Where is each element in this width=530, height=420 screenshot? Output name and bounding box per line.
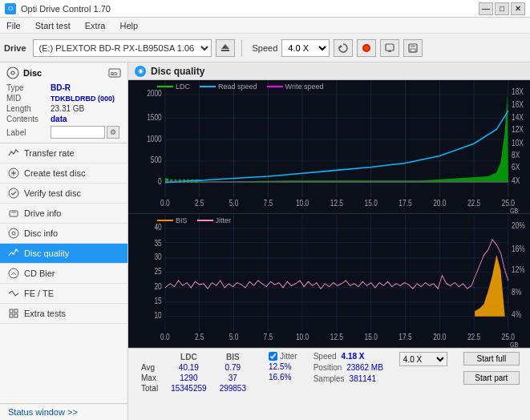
create-disc-icon bbox=[8, 168, 19, 179]
sidebar: Disc BD Type BD-R MID TDKBLDRBD (000) Le… bbox=[0, 63, 128, 420]
avg-bis: 0.79 bbox=[213, 362, 253, 373]
disc-info-panel: Disc BD Type BD-R MID TDKBLDRBD (000) Le… bbox=[0, 63, 127, 143]
max-label: Max bbox=[135, 373, 164, 383]
speed-val: 4.18 X bbox=[342, 352, 365, 361]
refresh-button[interactable] bbox=[334, 39, 353, 57]
write-speed-legend-item: Write speed bbox=[267, 83, 324, 91]
speed-row: Speed 4.18 X bbox=[314, 352, 383, 361]
app-icon: O bbox=[5, 3, 16, 14]
start-part-button[interactable]: Start part bbox=[463, 371, 520, 385]
bis-legend-color bbox=[157, 220, 173, 221]
svg-text:0.0: 0.0 bbox=[160, 199, 170, 208]
svg-text:BD: BD bbox=[111, 71, 118, 76]
svg-text:GB: GB bbox=[510, 341, 519, 347]
sidebar-item-verify-test-disc[interactable]: Verify test disc bbox=[0, 184, 127, 204]
fe-te-icon bbox=[8, 288, 19, 299]
menubar: File Start test Extra Help bbox=[0, 18, 530, 34]
menu-help[interactable]: Help bbox=[116, 20, 141, 31]
svg-rect-18 bbox=[10, 211, 18, 216]
start-full-button[interactable]: Start full bbox=[463, 352, 520, 365]
menu-extra[interactable]: Extra bbox=[82, 20, 109, 31]
disc-length-row: Length 23.31 GB bbox=[6, 104, 121, 113]
disc-mid-key: MID bbox=[6, 94, 51, 103]
disc-info-icon bbox=[8, 228, 19, 239]
sidebar-item-fe-te[interactable]: FE / TE bbox=[0, 284, 127, 304]
sidebar-item-drive-info[interactable]: Drive info bbox=[0, 204, 127, 224]
titlebar-controls[interactable]: — □ ✕ bbox=[479, 2, 525, 15]
svg-text:4%: 4% bbox=[512, 310, 521, 319]
svg-text:12X: 12X bbox=[512, 125, 524, 134]
stats-row-max: Max 1290 37 bbox=[135, 373, 253, 383]
disc-label-btn[interactable]: ⚙ bbox=[107, 126, 119, 139]
drive-info-icon bbox=[8, 208, 19, 219]
jitter-legend-color bbox=[197, 220, 213, 221]
sidebar-label-transfer-rate: Transfer rate bbox=[24, 148, 75, 158]
svg-text:20: 20 bbox=[154, 283, 161, 292]
sidebar-item-cd-bier[interactable]: CD Bier bbox=[0, 264, 127, 284]
disc-length-key: Length bbox=[6, 104, 51, 113]
eject-button[interactable] bbox=[216, 39, 235, 57]
titlebar: O Opti Drive Control 1.70 — □ ✕ bbox=[0, 0, 530, 18]
svg-rect-24 bbox=[14, 309, 18, 313]
svg-text:20.0: 20.0 bbox=[433, 333, 446, 341]
disc-contents-val: data bbox=[51, 115, 67, 123]
svg-point-17 bbox=[9, 188, 18, 198]
save-button[interactable] bbox=[403, 39, 423, 57]
minimize-button[interactable]: — bbox=[479, 2, 493, 15]
settings-button1[interactable] bbox=[357, 39, 376, 57]
maximize-button[interactable]: □ bbox=[495, 2, 509, 15]
sidebar-item-extra-tests[interactable]: Extra tests bbox=[0, 304, 127, 324]
svg-text:8X: 8X bbox=[512, 151, 520, 160]
jitter-legend-label: Jitter bbox=[216, 216, 232, 224]
speed-select[interactable]: 4.0 X bbox=[281, 39, 330, 57]
sidebar-item-disc-quality[interactable]: Disc quality bbox=[0, 244, 127, 264]
bis-legend-item: BIS bbox=[157, 216, 188, 224]
jitter-avg-val: 12.5% bbox=[269, 362, 291, 371]
settings-button2[interactable] bbox=[380, 39, 399, 57]
menu-start-test[interactable]: Start test bbox=[32, 20, 74, 31]
charts-area: LDC Read speed Write speed bbox=[128, 80, 530, 348]
content-area: ◉ Disc quality LDC Read speed bbox=[128, 63, 530, 420]
disc-label-key: Label bbox=[6, 128, 51, 137]
jitter-max-val: 16.6% bbox=[269, 373, 291, 382]
ldc-legend-label: LDC bbox=[176, 83, 190, 91]
sidebar-item-disc-info[interactable]: Disc info bbox=[0, 224, 127, 244]
jitter-legend-item: Jitter bbox=[197, 216, 232, 224]
data-bar: LDC BIS Avg 40.19 0.79 Max 1290 bbox=[128, 348, 530, 420]
disc-length-val: 23.31 GB bbox=[51, 104, 84, 113]
svg-text:16%: 16% bbox=[512, 244, 525, 253]
chart1-legend: LDC Read speed Write speed bbox=[152, 81, 328, 92]
disc-quality-header: ◉ Disc quality bbox=[128, 63, 530, 80]
menu-file[interactable]: File bbox=[3, 20, 24, 31]
svg-rect-26 bbox=[14, 314, 18, 317]
svg-point-20 bbox=[9, 228, 18, 238]
read-speed-legend-label: Read speed bbox=[218, 83, 257, 91]
stats-row-avg: Avg 40.19 0.79 bbox=[135, 362, 253, 373]
main-area: Disc BD Type BD-R MID TDKBLDRBD (000) Le… bbox=[0, 63, 530, 420]
svg-text:500: 500 bbox=[151, 156, 162, 165]
speed-position-section: Speed 4.18 X Position 23862 MB Samples 3… bbox=[314, 352, 383, 383]
total-ldc: 15345259 bbox=[164, 383, 213, 394]
disc-quality-icon bbox=[8, 248, 19, 259]
status-window-label: Status window >> bbox=[8, 407, 78, 417]
sidebar-label-drive-info: Drive info bbox=[24, 208, 61, 218]
disc-quality-title: Disc quality bbox=[151, 66, 204, 77]
close-button[interactable]: ✕ bbox=[511, 2, 525, 15]
speed-key: Speed bbox=[314, 352, 337, 361]
verify-icon bbox=[8, 188, 19, 199]
read-speed-legend-color bbox=[200, 86, 216, 87]
svg-rect-23 bbox=[10, 309, 13, 313]
sidebar-label-extra-tests: Extra tests bbox=[24, 309, 66, 318]
jitter-checkbox[interactable] bbox=[269, 352, 277, 361]
drive-select[interactable]: (E:) PLEXTOR BD-R PX-LB950SA 1.06 bbox=[33, 39, 212, 57]
sidebar-item-create-test-disc[interactable]: Create test disc bbox=[0, 164, 127, 184]
disc-header: Disc BD bbox=[6, 67, 121, 79]
status-window-button[interactable]: Status window >> bbox=[0, 403, 127, 420]
sidebar-item-transfer-rate[interactable]: Transfer rate bbox=[0, 143, 127, 164]
svg-text:6X: 6X bbox=[512, 164, 520, 172]
test-speed-select[interactable]: 4.0 X bbox=[399, 352, 447, 366]
disc-type-icon: BD bbox=[108, 67, 121, 79]
disc-label-input[interactable] bbox=[51, 126, 105, 139]
total-bis: 299853 bbox=[213, 383, 253, 394]
svg-rect-27 bbox=[128, 80, 530, 213]
